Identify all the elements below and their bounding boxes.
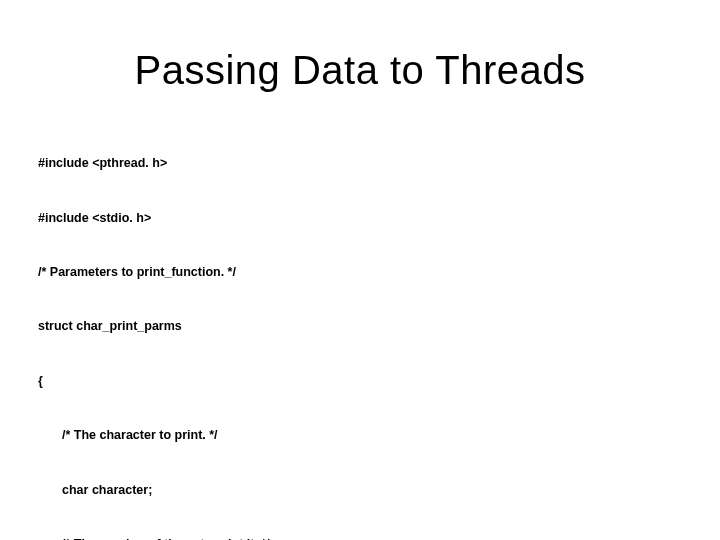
code-line: char character; xyxy=(38,481,682,499)
code-block: #include <pthread. h> #include <stdio. h… xyxy=(38,118,682,540)
slide-title: Passing Data to Threads xyxy=(0,48,720,93)
code-line: { xyxy=(38,372,682,390)
code-line: struct char_print_parms xyxy=(38,317,682,335)
code-line: #include <stdio. h> xyxy=(38,209,682,227)
code-line: /* The number of times to print it. */ xyxy=(38,535,682,540)
code-line: /* Parameters to print_function. */ xyxy=(38,263,682,281)
code-line: #include <pthread. h> xyxy=(38,154,682,172)
slide: Passing Data to Threads #include <pthrea… xyxy=(0,0,720,540)
code-line: /* The character to print. */ xyxy=(38,426,682,444)
